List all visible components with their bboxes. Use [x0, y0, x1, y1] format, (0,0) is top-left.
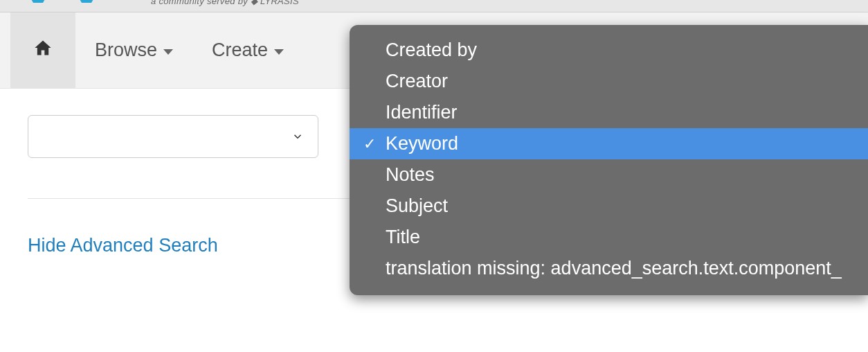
nav-browse-label: Browse [95, 39, 157, 61]
header-strip: a community served by ◆ LYRASIS [0, 0, 868, 12]
nav-browse[interactable]: Browse [75, 12, 192, 88]
field-option[interactable]: Subject [350, 191, 868, 222]
field-option[interactable]: Identifier [350, 97, 868, 128]
field-option[interactable]: Creator [350, 66, 868, 97]
field-option[interactable]: Notes [350, 159, 868, 191]
svg-marker-0 [28, 0, 48, 3]
nav-home[interactable] [10, 12, 75, 88]
nav-create-label: Create [212, 39, 268, 61]
hide-advanced-search-link[interactable]: Hide Advanced Search [28, 235, 218, 256]
field-option[interactable]: Title [350, 222, 868, 253]
field-option[interactable]: translation missing: advanced_search.tex… [350, 253, 868, 284]
logo-fragment [28, 0, 125, 7]
field-options-menu: Created byCreatorIdentifierKeywordNotesS… [350, 25, 868, 295]
caret-down-icon [274, 49, 284, 55]
caret-down-icon [163, 49, 173, 55]
svg-marker-1 [76, 0, 97, 3]
nav-create[interactable]: Create [192, 12, 303, 88]
header-tagline: a community served by ◆ LYRASIS [151, 0, 299, 6]
home-icon [33, 38, 53, 62]
field-select[interactable] [28, 115, 318, 158]
chevron-down-icon [291, 130, 304, 143]
field-option[interactable]: Created by [350, 35, 868, 66]
field-option[interactable]: Keyword [350, 128, 868, 159]
